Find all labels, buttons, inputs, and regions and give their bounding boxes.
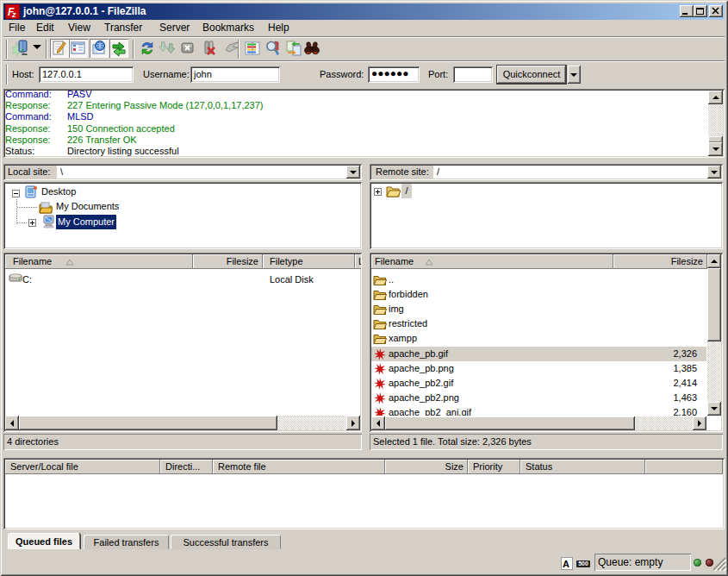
svg-text:z: z (11, 10, 16, 19)
